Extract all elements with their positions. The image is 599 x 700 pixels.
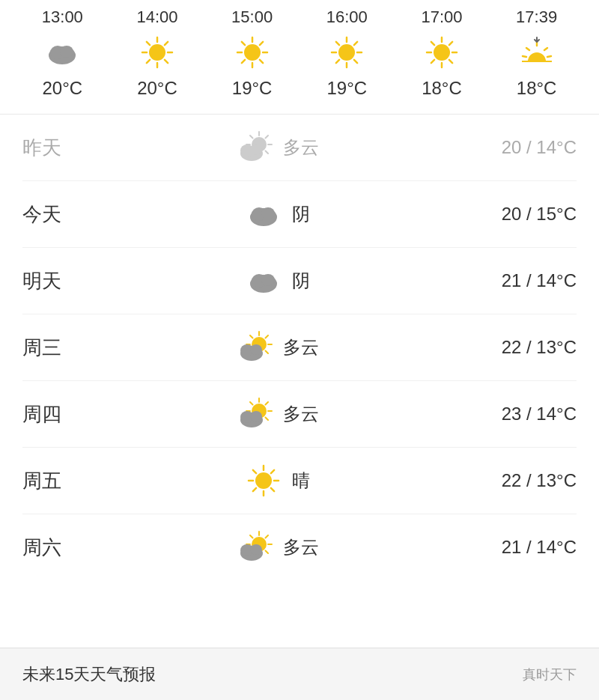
svg-line-99 (265, 550, 268, 553)
footer-bar[interactable]: 未来15天天气预报 真时天下 (0, 648, 599, 700)
hourly-item: 13:00 20°C (28, 7, 96, 99)
svg-point-30 (434, 44, 450, 61)
daily-day: 周三 (22, 335, 97, 361)
daily-icon-desc: 多云 (97, 128, 457, 167)
daily-icon-desc: 阴 (97, 261, 457, 300)
daily-row: 昨天 多云 20 / 14°C (22, 115, 577, 181)
hourly-item: 17:39 18°C (503, 7, 571, 99)
svg-line-105 (265, 535, 268, 538)
hourly-weather-icon (422, 33, 461, 72)
hourly-weather-icon (233, 33, 272, 72)
svg-line-18 (241, 42, 244, 45)
hourly-weather-icon (517, 33, 556, 72)
svg-line-41 (526, 48, 529, 50)
hourly-weather-icon (327, 33, 366, 72)
hourly-temp: 20°C (43, 78, 83, 99)
svg-line-20 (260, 42, 263, 45)
hourly-item: 15:00 19°C (219, 7, 286, 99)
daily-desc: 阴 (292, 202, 310, 226)
hourly-time: 17:39 (516, 7, 557, 27)
svg-line-96 (271, 470, 274, 473)
svg-line-94 (253, 470, 256, 473)
daily-icon-desc: 多云 (97, 395, 457, 433)
daily-desc: 多云 (283, 335, 319, 359)
daily-row: 今天 阴 20 / 15°C (22, 181, 577, 248)
daily-day: 周六 (22, 535, 97, 561)
svg-point-63 (261, 274, 275, 286)
daily-icon-desc: 阴 (97, 195, 457, 234)
footer-source: 真时天下 (523, 666, 577, 684)
svg-line-14 (260, 60, 263, 63)
svg-line-23 (354, 60, 357, 63)
daily-icon-desc: 多云 (97, 528, 457, 567)
hourly-time: 15:00 (231, 7, 273, 27)
daily-weather-icon (235, 528, 274, 567)
svg-line-34 (431, 60, 434, 63)
svg-line-27 (336, 42, 339, 45)
daily-weather-icon (244, 461, 283, 500)
svg-line-5 (165, 60, 168, 63)
hourly-item: 14:00 20°C (124, 7, 191, 99)
daily-temp: 21 / 14°C (457, 537, 577, 558)
hourly-temp: 18°C (517, 78, 557, 99)
daily-temp: 22 / 13°C (457, 337, 577, 358)
hourly-section: 13:00 20°C 14:00 20°C 15:00 19°C 16:00 1… (0, 0, 599, 115)
hourly-weather-icon (138, 33, 177, 72)
daily-row: 明天 阴 21 / 14°C (22, 248, 577, 314)
svg-point-12 (244, 44, 261, 61)
daily-temp: 21 / 14°C (457, 270, 577, 291)
hourly-item: 17:00 18°C (408, 7, 475, 99)
svg-line-66 (265, 350, 268, 353)
daily-weather-icon (235, 328, 274, 367)
daily-icon-desc: 晴 (97, 461, 457, 500)
hourly-temp: 20°C (137, 78, 177, 99)
hourly-weather-icon (43, 33, 82, 72)
daily-temp: 22 / 13°C (457, 470, 577, 491)
svg-line-25 (336, 60, 339, 63)
hourly-time: 14:00 (136, 7, 177, 27)
daily-desc: 多云 (283, 402, 319, 426)
daily-row: 周六 多云 21 / 14°C (22, 514, 577, 580)
hourly-time: 17:00 (421, 7, 462, 27)
daily-day: 今天 (22, 201, 97, 228)
svg-point-57 (250, 144, 262, 155)
hourly-item: 16:00 19°C (313, 7, 380, 99)
daily-temp: 23 / 14°C (457, 404, 577, 424)
hourly-temp: 19°C (232, 78, 273, 99)
svg-line-82 (250, 402, 253, 405)
svg-line-11 (165, 42, 168, 45)
svg-line-44 (547, 56, 551, 57)
daily-section: 昨天 多云 20 / 14°C 今天 阴 20 / 15°C 明天 阴 (0, 115, 599, 580)
svg-line-36 (431, 42, 434, 45)
svg-line-16 (241, 60, 244, 63)
svg-line-92 (253, 488, 256, 491)
daily-icon-desc: 多云 (97, 328, 457, 367)
svg-line-72 (265, 335, 268, 338)
daily-day: 周四 (22, 401, 97, 427)
svg-line-48 (265, 150, 268, 153)
daily-temp: 20 / 14°C (457, 137, 577, 158)
svg-line-103 (250, 535, 253, 538)
svg-line-52 (250, 136, 253, 139)
daily-desc: 多云 (283, 535, 319, 559)
footer-title: 未来15天天气预报 (22, 663, 156, 686)
daily-weather-icon (244, 261, 283, 300)
svg-point-108 (250, 544, 262, 555)
daily-row: 周五 晴 22 / 13°C (22, 448, 577, 514)
svg-line-78 (265, 417, 268, 420)
hourly-temp: 19°C (326, 78, 367, 99)
hourly-time: 16:00 (326, 7, 368, 27)
daily-day: 周五 (22, 468, 97, 494)
hourly-time: 13:00 (42, 7, 83, 27)
svg-line-84 (265, 402, 268, 405)
svg-line-29 (354, 42, 357, 45)
daily-weather-icon (235, 128, 274, 167)
daily-day: 昨天 (22, 135, 97, 161)
daily-row: 周三 多云 22 / 13°C (22, 314, 577, 381)
svg-line-54 (265, 136, 268, 139)
svg-line-7 (147, 60, 150, 63)
daily-weather-icon (235, 395, 274, 433)
svg-point-60 (261, 207, 275, 219)
svg-point-88 (255, 472, 272, 489)
svg-point-75 (250, 344, 262, 355)
